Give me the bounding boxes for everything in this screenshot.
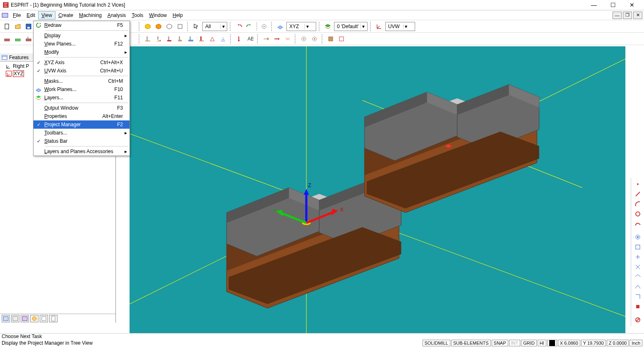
save-button[interactable] [24, 22, 34, 31]
op2-icon[interactable] [13, 34, 23, 44]
mill5-icon[interactable] [186, 34, 196, 44]
minimize-button[interactable]: — [584, 0, 603, 10]
tab-report[interactable] [49, 315, 58, 322]
menu-machining[interactable]: Machining [76, 12, 105, 19]
open-button[interactable] [13, 22, 23, 31]
rt-select5-icon[interactable] [633, 272, 642, 281]
rt-line-icon[interactable] [633, 190, 642, 199]
title-bar: ESPRIT - [1) Beginning Milling Tutorial … [0, 0, 644, 10]
mdi-close-button[interactable]: ✕ [633, 12, 642, 19]
workplane-combo[interactable]: XYZ▾ [286, 22, 316, 31]
menu-file[interactable]: File [10, 12, 24, 19]
rt-select2-icon[interactable] [633, 242, 642, 252]
rt-circle-icon[interactable] [633, 209, 642, 218]
menu-create[interactable]: Create [55, 12, 76, 19]
menu-item-redraw[interactable]: RedrawF5 [34, 21, 130, 29]
rt-select6-icon[interactable] [633, 282, 642, 291]
menu-item-project-manager[interactable]: Project ManagerF2 [34, 120, 130, 129]
turn2-icon[interactable] [272, 34, 282, 44]
turn1-icon[interactable] [261, 34, 271, 44]
menu-item-display[interactable]: Display▸ [34, 31, 130, 40]
menu-item-modify[interactable]: Modify▸ [34, 48, 130, 56]
rt-point-icon[interactable] [633, 180, 642, 189]
menu-item-work-planes[interactable]: Work Planes...F10 [34, 85, 130, 94]
mdi-restore-button[interactable]: ❐ [623, 12, 632, 19]
status-units[interactable]: Inch [630, 340, 642, 346]
status-hi[interactable]: HI [538, 340, 546, 346]
turn3-icon[interactable] [283, 34, 293, 44]
tab-operations[interactable] [11, 315, 19, 322]
probe1-icon[interactable] [234, 34, 244, 44]
menu-item-toolbars[interactable]: Toolbars...▸ [34, 129, 130, 137]
close-button[interactable]: ✕ [622, 0, 642, 10]
mill2-icon[interactable] [154, 34, 163, 44]
sim2-icon[interactable] [310, 34, 320, 44]
menu-window[interactable]: Window [146, 12, 170, 19]
mill4-icon[interactable] [175, 34, 185, 44]
mdi-minimize-button[interactable]: — [613, 12, 622, 19]
maximize-button[interactable]: ☐ [603, 0, 622, 10]
tab-nc[interactable] [40, 315, 48, 322]
new-button[interactable] [2, 22, 12, 31]
axis-icon[interactable] [374, 22, 384, 31]
layers-icon[interactable] [323, 22, 333, 31]
mill8-icon[interactable] [218, 34, 228, 44]
probe2-icon[interactable]: ABC [245, 34, 255, 44]
rt-select7-icon[interactable] [633, 292, 642, 301]
op1-icon[interactable] [2, 34, 12, 44]
uvw-combo[interactable]: UVW▾ [385, 22, 415, 31]
viewport-3d[interactable]: Z X Y [130, 46, 625, 333]
tab-cad[interactable] [30, 315, 38, 322]
rt-arc-icon[interactable] [633, 199, 642, 209]
menu-item-masks[interactable]: Masks...Ctrl+M [34, 77, 130, 85]
filter-combo[interactable]: All▾ [202, 22, 227, 31]
post1-icon[interactable] [326, 34, 336, 44]
wire-cube2-icon[interactable] [175, 22, 185, 31]
status-mode[interactable]: SOLIDMILL [423, 340, 450, 346]
layer-combo[interactable]: 0 'Default'▾ [334, 22, 368, 31]
mill7-icon[interactable] [207, 34, 217, 44]
solid-yellow-icon[interactable] [143, 22, 153, 31]
rt-select8-icon[interactable] [633, 302, 642, 311]
workplane-icon[interactable] [275, 22, 285, 31]
menu-item-xyz-axis[interactable]: XYZ AxisCtrl+Alt+X [34, 58, 130, 67]
rt-off-icon[interactable] [633, 315, 642, 324]
pointer-icon[interactable] [191, 22, 201, 31]
rt-select4-icon[interactable] [633, 262, 642, 271]
menu-edit[interactable]: Edit [24, 12, 38, 19]
mill3-icon[interactable] [164, 34, 174, 44]
tab-features[interactable] [2, 315, 10, 322]
menu-item-status-bar[interactable]: Status Bar [34, 137, 130, 145]
mill1-icon[interactable] [143, 34, 153, 44]
solid-orange-icon[interactable] [154, 22, 163, 31]
menu-item-properties[interactable]: PropertiesAlt+Enter [34, 112, 130, 120]
svg-rect-38 [52, 316, 55, 321]
rt-select1-icon[interactable] [633, 233, 642, 242]
menu-tools[interactable]: Tools [129, 12, 146, 19]
menu-help[interactable]: Help [170, 12, 186, 19]
rt-curve-icon[interactable] [633, 219, 642, 228]
mill6-icon[interactable] [197, 34, 207, 44]
op3-icon[interactable] [24, 34, 34, 44]
menu-item-layers-and-planes-accessories[interactable]: Layers and Planes Accessories▸ [34, 147, 130, 156]
status-snap[interactable]: SNAP [492, 340, 508, 346]
menu-item-uvw-axis[interactable]: UVW AxisCtrl+Alt+U [34, 67, 130, 75]
svg-text:ABC: ABC [248, 36, 253, 42]
wire-cube-icon[interactable] [164, 22, 174, 31]
status-int[interactable]: INT [509, 340, 521, 346]
status-sub[interactable]: SUB-ELEMENTS [451, 340, 491, 346]
menu-item-output-window[interactable]: Output WindowF3 [34, 104, 130, 112]
rt-select3-icon[interactable] [633, 252, 642, 262]
target-icon[interactable] [259, 22, 269, 31]
redo-button[interactable] [245, 22, 255, 31]
undo-button[interactable] [234, 22, 244, 31]
sim1-icon[interactable] [299, 34, 309, 44]
menu-view[interactable]: View [38, 11, 55, 19]
post2-icon[interactable] [336, 34, 346, 44]
tab-tools[interactable] [21, 315, 29, 322]
menu-item-layers[interactable]: Layers...F11 [34, 94, 130, 102]
menu-analysis[interactable]: Analysis [105, 12, 129, 19]
menu-item-view-planes[interactable]: View Planes...F12 [34, 40, 130, 48]
status-grid[interactable]: GRID [521, 340, 537, 346]
status-color[interactable] [547, 340, 557, 346]
